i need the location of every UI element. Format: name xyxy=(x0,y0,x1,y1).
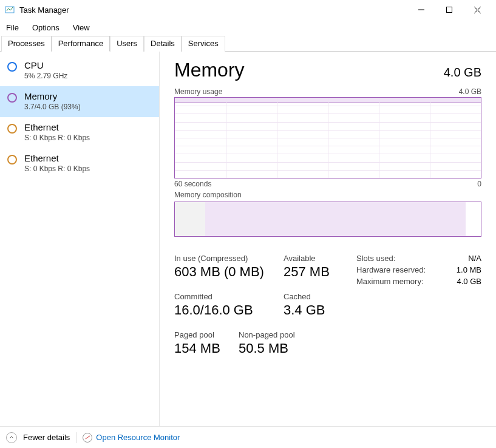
stat-in-use: In use (Compressed) 603 MB (0 MB) xyxy=(174,254,284,280)
stat-value: 3.4 GB xyxy=(284,302,356,318)
resource-monitor-label: Open Resource Monitor xyxy=(96,433,180,442)
tab-details[interactable]: Details xyxy=(144,36,182,52)
window-controls xyxy=(407,0,491,19)
stat-label: Committed xyxy=(174,292,284,301)
sidebar-item-ethernet-1[interactable]: Ethernet S: 0 Kbps R: 0 Kbps xyxy=(0,117,159,148)
stat-label: Non-paged pool xyxy=(239,330,356,339)
footer-separator xyxy=(76,432,76,443)
kv-hardware-reserved: Hardware reserved: 1.0 MB xyxy=(356,265,481,274)
fewer-details-link[interactable]: Fewer details xyxy=(23,433,70,442)
minimize-button[interactable] xyxy=(407,0,435,19)
sidebar-item-label: Ethernet xyxy=(24,153,90,163)
main-panel: Memory 4.0 GB Memory usage 4.0 GB 60 sec xyxy=(160,52,496,426)
kv-key: Hardware reserved: xyxy=(356,265,426,274)
stat-label: In use (Compressed) xyxy=(174,254,284,263)
kv-slots-used: Slots used: N/A xyxy=(356,254,481,263)
app-icon xyxy=(5,5,15,15)
memory-icon xyxy=(7,93,17,103)
sidebar-item-label: Memory xyxy=(24,91,81,101)
memory-total: 4.0 GB xyxy=(444,66,481,80)
svg-rect-2 xyxy=(447,7,452,13)
close-button[interactable] xyxy=(463,0,491,19)
tab-users[interactable]: Users xyxy=(110,36,144,52)
sidebar-item-sub: S: 0 Kbps R: 0 Kbps xyxy=(24,134,90,142)
page-title: Memory xyxy=(174,59,245,81)
sidebar-item-memory[interactable]: Memory 3.7/4.0 GB (93%) xyxy=(0,86,159,117)
axis-right: 0 xyxy=(477,180,481,188)
sidebar-item-sub: 3.7/4.0 GB (93%) xyxy=(24,103,81,111)
memory-composition-chart xyxy=(174,202,481,237)
sidebar-item-ethernet-2[interactable]: Ethernet S: 0 Kbps R: 0 Kbps xyxy=(0,148,159,179)
tab-bar: Processes Performance Users Details Serv… xyxy=(0,35,496,52)
stat-value: 257 MB xyxy=(284,264,356,280)
composition-available xyxy=(466,202,481,236)
tab-performance[interactable]: Performance xyxy=(52,36,110,52)
memory-usage-chart xyxy=(174,97,481,178)
ethernet-icon xyxy=(7,124,17,134)
stat-committed: Committed 16.0/16.0 GB xyxy=(174,292,284,318)
window-title: Task Manager xyxy=(19,5,69,15)
kv-value: N/A xyxy=(468,254,481,263)
footer: Fewer details Open Resource Monitor xyxy=(0,426,496,448)
cpu-icon xyxy=(7,62,17,72)
stat-nonpaged-pool: Non-paged pool 50.5 MB xyxy=(239,330,356,356)
usage-chart-max: 4.0 GB xyxy=(459,87,481,96)
tab-processes[interactable]: Processes xyxy=(1,36,52,52)
axis-left: 60 seconds xyxy=(174,180,211,188)
sidebar-item-sub: 5% 2.79 GHz xyxy=(24,72,67,80)
composition-in-use xyxy=(205,202,465,236)
composition-reserved xyxy=(175,202,205,236)
resource-monitor-icon xyxy=(83,433,92,443)
maximize-button[interactable] xyxy=(435,0,463,19)
titlebar: Task Manager xyxy=(0,0,496,19)
sidebar-item-label: CPU xyxy=(24,60,67,70)
kv-value: 4.0 GB xyxy=(457,277,481,286)
ethernet-icon xyxy=(7,155,17,165)
menu-view[interactable]: View xyxy=(72,22,91,33)
stat-available: Available 257 MB xyxy=(284,254,356,280)
open-resource-monitor-link[interactable]: Open Resource Monitor xyxy=(83,433,180,443)
stat-value: 50.5 MB xyxy=(239,341,356,356)
menu-file[interactable]: File xyxy=(5,22,20,33)
stat-label: Available xyxy=(284,254,356,263)
composition-label: Memory composition xyxy=(174,191,242,199)
tab-services[interactable]: Services xyxy=(182,36,225,52)
kv-key: Maximum memory: xyxy=(356,277,424,286)
stat-value: 603 MB (0 MB) xyxy=(174,264,284,280)
kv-maximum-memory: Maximum memory: 4.0 GB xyxy=(356,277,481,286)
menu-options[interactable]: Options xyxy=(31,22,61,33)
stat-value: 16.0/16.0 GB xyxy=(174,302,284,318)
sidebar: CPU 5% 2.79 GHz Memory 3.7/4.0 GB (93%) … xyxy=(0,52,160,426)
chevron-up-icon xyxy=(6,432,17,443)
sidebar-item-sub: S: 0 Kbps R: 0 Kbps xyxy=(24,165,90,173)
sidebar-item-cpu[interactable]: CPU 5% 2.79 GHz xyxy=(0,55,159,86)
usage-chart-label: Memory usage xyxy=(174,87,222,96)
menubar: File Options View xyxy=(0,19,496,35)
stat-label: Cached xyxy=(284,292,356,301)
kv-value: 1.0 MB xyxy=(457,265,481,274)
stat-cached: Cached 3.4 GB xyxy=(284,292,356,318)
sidebar-item-label: Ethernet xyxy=(24,122,90,132)
kv-key: Slots used: xyxy=(356,254,395,263)
